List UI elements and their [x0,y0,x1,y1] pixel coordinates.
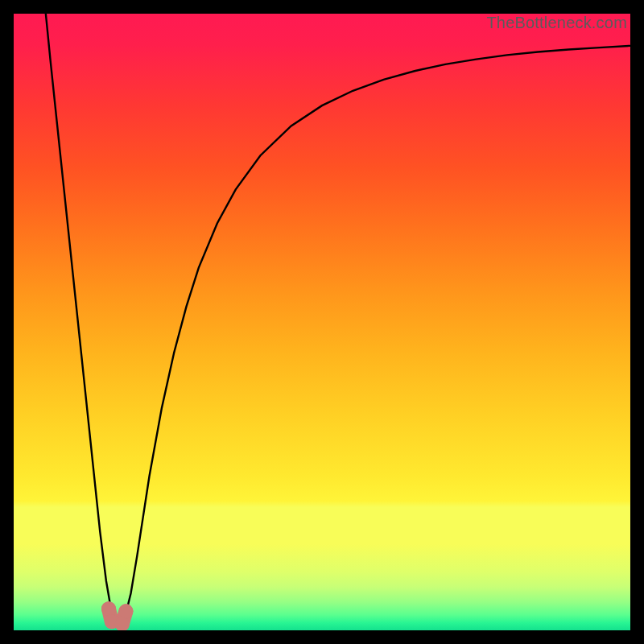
optimum-marker [118,604,133,618]
watermark-text: TheBottleneck.com [486,14,627,32]
plot-svg [14,14,630,630]
bottleneck-curve [46,14,630,626]
optimum-markers [101,601,133,630]
optimum-marker [101,601,116,616]
chart-frame: TheBottleneck.com [14,14,630,630]
